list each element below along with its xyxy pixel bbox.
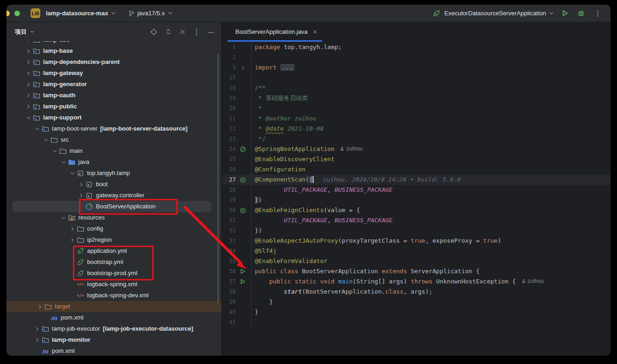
code-line-36[interactable]: 36public class BootServerApplication ext… — [222, 266, 611, 276]
tree-item-lamp-gateway[interactable]: lamp-gateway — [13, 68, 211, 79]
minimize-button[interactable] — [6, 11, 10, 16]
code-line-31[interactable]: 31 UTIL_PACKAGE, BUSINESS_PACKAGE — [222, 215, 611, 226]
fold-region-icon[interactable] — [236, 65, 250, 71]
tree-chevron-icon[interactable] — [51, 148, 59, 154]
code-line-41[interactable]: 41 — [222, 317, 611, 327]
tree-chevron-icon[interactable] — [77, 193, 85, 199]
tree-chevron-icon[interactable] — [25, 48, 32, 54]
tree-item-pom.xml[interactable]: mpom.xml — [13, 345, 211, 356]
code-line-25[interactable]: 25@EnableDiscoveryClient — [222, 154, 611, 164]
tree-chevron-icon[interactable] — [25, 82, 32, 88]
run-configuration-selector[interactable]: ExecutorDatasourceServerApplication — [443, 8, 557, 19]
tree-chevron-icon[interactable] — [25, 115, 32, 121]
tree-chevron-icon[interactable] — [60, 159, 68, 165]
tree-item-lamp-support[interactable]: lamp-support — [13, 112, 211, 123]
code-line-22[interactable]: 22 * @date 2021-10-08 — [222, 124, 611, 134]
debug-button[interactable] — [576, 8, 586, 18]
tree-chevron-icon[interactable] — [60, 215, 68, 221]
project-view-selector[interactable]: 项目 — [15, 28, 35, 36]
tree-chevron-icon[interactable] — [69, 226, 76, 232]
locate-file-button[interactable] — [149, 27, 158, 37]
code-line-19[interactable]: 19 * 基础服务启动类 — [222, 93, 611, 103]
tree-item-gateway.controller[interactable]: gateway.controller — [13, 190, 211, 201]
tree-item-pom.xml[interactable]: mpom.xml — [13, 312, 211, 323]
tree-item-lamp-monitor[interactable]: lamp-monitor — [13, 334, 211, 345]
tree-chevron-icon[interactable] — [25, 59, 32, 65]
component-scan-icon[interactable] — [236, 176, 250, 183]
code-line-3[interactable]: 3import ... — [222, 63, 611, 73]
tree-item-logback-spring-dev.xml[interactable]: </>logback-spring-dev.xml — [13, 290, 211, 301]
close-tab-icon[interactable]: ✕ — [313, 29, 317, 35]
tree-item-lamp-boot-server[interactable]: lamp-boot-server[lamp-boot-server-dataso… — [13, 123, 211, 134]
code-line-38[interactable]: 38 start(BootServerApplication.class, ar… — [222, 287, 611, 297]
tree-chevron-icon[interactable] — [69, 237, 76, 243]
tree-item-bootstrap-prod.yml[interactable]: bootstrap-prod.yml — [13, 268, 211, 279]
tree-item-boot[interactable]: boot — [13, 179, 211, 190]
tree-item-lamp-job-executor[interactable]: lamp-job-executor[lamp-job-executor-data… — [13, 323, 211, 334]
tree-chevron-icon[interactable] — [25, 70, 32, 76]
code-line-20[interactable]: 20 * — [222, 103, 611, 113]
editor-tab-bootserverapplication[interactable]: BootServerApplication.java ✕ — [227, 22, 322, 41]
code-line-24[interactable]: 24@SpringBootApplicationzuihou — [222, 144, 611, 154]
code-line-28[interactable]: 28 UTIL_PACKAGE, BUSINESS_PACKAGE — [222, 185, 611, 195]
tree-chevron-icon[interactable] — [69, 170, 76, 176]
author-inlay-hint[interactable]: zuihou — [522, 278, 544, 284]
tree-item-target[interactable]: target — [6, 301, 221, 312]
run-gutter-icon[interactable] — [236, 268, 250, 275]
tree-item-ip2region[interactable]: ip2region — [13, 234, 211, 245]
author-inlay-hint[interactable]: zuihou — [340, 145, 362, 152]
tree-item-main[interactable]: main — [13, 145, 211, 157]
code-line-17[interactable]: 17 — [222, 73, 611, 83]
code-line-33[interactable]: 33@EnableAspectJAutoProxy(proxyTargetCla… — [222, 236, 611, 246]
tree-scrollbar[interactable] — [217, 53, 219, 303]
tree-item-lamp-base[interactable]: lamp-base — [13, 45, 211, 56]
code-line-39[interactable]: 39 } — [222, 297, 611, 307]
component-scan-icon[interactable] — [236, 207, 250, 214]
tree-chevron-icon[interactable] — [77, 182, 85, 188]
tree-item-config[interactable]: config — [13, 223, 211, 234]
run-button[interactable] — [560, 8, 570, 18]
code-line-32[interactable]: 32}) — [222, 226, 611, 236]
code-line-2[interactable]: 2 — [222, 52, 611, 63]
tree-chevron-icon[interactable] — [33, 337, 41, 343]
tree-item-BootServerApplication[interactable]: BootServerApplication — [13, 201, 211, 212]
code-line-26[interactable]: 26@Configuration — [222, 164, 611, 175]
code-line-37[interactable]: 37 public static void main(String[] args… — [222, 276, 611, 287]
zoom-button[interactable] — [14, 11, 20, 16]
tree-item-lamp-generator[interactable]: lamp-generator — [13, 79, 211, 90]
code-line-27[interactable]: 27@ComponentScan({zuihou, 2024/10/9 14:2… — [222, 175, 611, 185]
tree-item-lamp-add[interactable]: lamp-add — [13, 41, 211, 45]
tree-item-lamp-public[interactable]: lamp-public — [13, 101, 211, 112]
panel-options-button[interactable]: ⋮ — [192, 27, 201, 36]
code-line-21[interactable]: 21 * @author zuihou — [222, 113, 611, 124]
hide-panel-button[interactable]: — — [207, 28, 215, 36]
code-line-40[interactable]: 40} — [222, 307, 611, 317]
code-line-30[interactable]: 30@EnableFeignClients(value = { — [222, 205, 611, 215]
code-line-23[interactable]: 23 */ — [222, 134, 611, 144]
tree-chevron-icon[interactable] — [25, 41, 32, 43]
tree-item-lamp-oauth[interactable]: lamp-oauth — [13, 90, 211, 101]
tree-item-logback-spring.xml[interactable]: </>logback-spring.xml — [13, 279, 211, 290]
tree-chevron-icon[interactable] — [36, 304, 44, 310]
code-line-1[interactable]: 1package top.tangyh.lamp; — [222, 42, 611, 52]
tree-item-top.tangyh.lamp[interactable]: top.tangyh.lamp — [13, 168, 211, 179]
code-line-29[interactable]: 29}) — [222, 195, 611, 205]
branch-selector[interactable]: java17/5.x — [126, 8, 176, 19]
tree-chevron-icon[interactable] — [42, 137, 50, 143]
more-actions-button[interactable]: ⋮ — [593, 9, 602, 18]
code-editor[interactable]: 1package top.tangyh.lamp;23import ...171… — [222, 42, 611, 356]
project-selector[interactable]: lamp-datasource-max — [43, 8, 119, 19]
tree-item-src[interactable]: src — [13, 134, 211, 145]
tree-chevron-icon[interactable] — [33, 326, 41, 332]
code-line-34[interactable]: 34@Slf4j — [222, 246, 611, 256]
tree-chevron-icon[interactable] — [33, 126, 41, 132]
spring-bean-icon[interactable] — [236, 146, 250, 153]
code-line-18[interactable]: 18/** — [222, 83, 611, 93]
tree-item-bootstrap.yml[interactable]: bootstrap.yml — [13, 257, 211, 268]
tree-chevron-icon[interactable] — [25, 93, 32, 99]
tree-item-resources[interactable]: resources — [13, 212, 211, 223]
code-line-35[interactable]: 35@EnableFormValidator — [222, 256, 611, 266]
expand-all-button[interactable] — [164, 27, 173, 36]
tree-item-java[interactable]: java — [13, 157, 211, 168]
run-gutter-icon[interactable] — [236, 278, 250, 285]
